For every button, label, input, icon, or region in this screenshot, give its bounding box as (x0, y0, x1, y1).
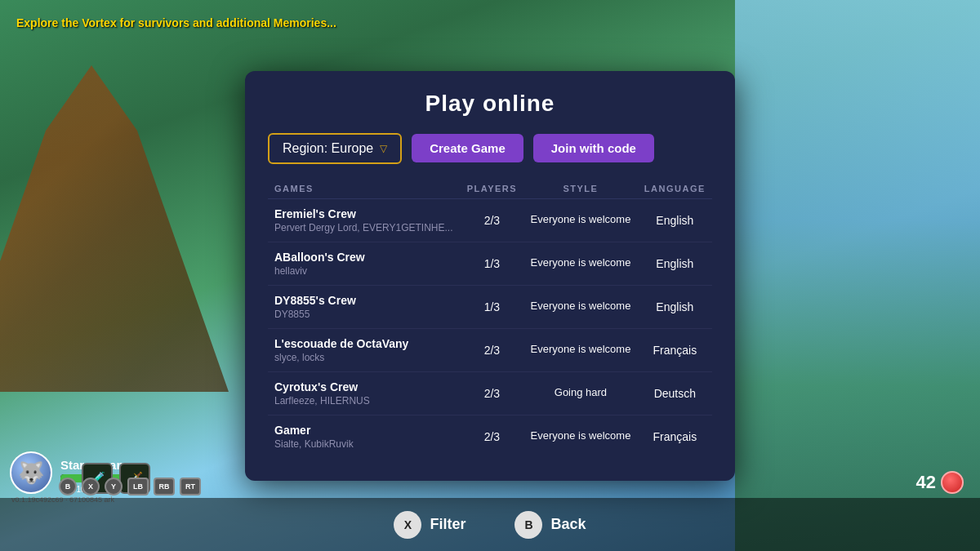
game-info: Gamer Sialte, KubikRuvik (268, 415, 460, 458)
game-sub: hellaviv (274, 265, 453, 277)
game-players: 2/3 (460, 198, 523, 242)
game-players: 1/3 (460, 242, 523, 285)
col-style: STYLE (523, 179, 637, 199)
table-row[interactable]: Eremiel's Crew Pervert Dergy Lord, EVERY… (268, 198, 712, 242)
join-with-code-button[interactable]: Join with code (533, 134, 654, 162)
region-label: Region: Europe (283, 141, 373, 156)
game-players: 2/3 (460, 415, 523, 458)
hud-right: 42 (916, 471, 964, 494)
background-right (735, 0, 980, 551)
btn-y: Y (105, 478, 122, 495)
game-name: Cyrotux's Crew (274, 380, 453, 393)
table-row[interactable]: Gamer Sialte, KubikRuvik 2/3 Everyone is… (268, 415, 712, 458)
game-name: DY8855's Crew (274, 294, 453, 307)
controller-buttons: B X Y LB RB RT (59, 478, 201, 495)
table-header-row: GAMES PLAYERS STYLE LANGUAGE (268, 179, 712, 199)
game-sub: Larfleeze, HILERNUS (274, 395, 453, 407)
game-language: English (638, 242, 712, 285)
create-game-button[interactable]: Create Game (412, 134, 523, 162)
filter-label: Filter (430, 516, 466, 533)
game-players: 1/3 (460, 285, 523, 328)
chevron-down-icon: ▽ (380, 143, 387, 154)
btn-x: X (82, 478, 100, 495)
game-name: L'escouade de OctaVany (274, 337, 453, 350)
region-dropdown[interactable]: Region: Europe ▽ (268, 133, 402, 164)
back-button-icon: B (514, 511, 542, 539)
coin-icon (941, 471, 964, 494)
game-info: ABalloon's Crew hellaviv (268, 242, 460, 285)
game-sub: slyce, locks (274, 352, 453, 363)
table-row[interactable]: Cyrotux's Crew Larfleeze, HILERNUS 2/3 G… (268, 371, 712, 415)
game-players: 2/3 (460, 328, 523, 371)
game-style: Everyone is welcome (523, 415, 637, 458)
game-style: Going hard (523, 371, 637, 415)
game-info: DY8855's Crew DY8855 (268, 285, 460, 328)
game-name: Gamer (274, 424, 453, 437)
col-players: PLAYERS (460, 179, 523, 199)
game-name: Eremiel's Crew (274, 207, 453, 220)
btn-lb: LB (127, 478, 149, 495)
game-style: Everyone is welcome (523, 285, 637, 328)
table-row[interactable]: DY8855's Crew DY8855 1/3 Everyone is wel… (268, 285, 712, 328)
table-row[interactable]: ABalloon's Crew hellaviv 1/3 Everyone is… (268, 242, 712, 285)
modal-title: Play online (268, 91, 712, 117)
game-sub: Sialte, KubikRuvik (274, 438, 453, 450)
game-info: L'escouade de OctaVany slyce, locks (268, 328, 460, 371)
game-language: Français (638, 415, 712, 458)
game-name: ABalloon's Crew (274, 251, 453, 264)
back-button[interactable]: B Back (514, 511, 586, 539)
btn-b: B (59, 478, 77, 495)
modal-controls: Region: Europe ▽ Create Game Join with c… (268, 133, 712, 164)
games-table: GAMES PLAYERS STYLE LANGUAGE Eremiel's C… (268, 179, 712, 458)
game-language: Deutsch (638, 371, 712, 415)
game-sub: DY8855 (274, 309, 453, 320)
game-players: 2/3 (460, 371, 523, 415)
avatar: 🐺 (10, 451, 52, 494)
game-style: Everyone is welcome (523, 328, 637, 371)
game-style: Everyone is welcome (523, 242, 637, 285)
game-sub: Pervert Dergy Lord, EVERY1GETINHE... (274, 222, 453, 233)
banner-text: Explore the Vortex for survivors and add… (16, 16, 336, 29)
btn-rt: RT (180, 478, 201, 495)
bottom-bar: X Filter B Back (0, 498, 980, 551)
game-info: Cyrotux's Crew Larfleeze, HILERNUS (268, 371, 460, 415)
filter-button[interactable]: X Filter (394, 511, 466, 539)
filter-button-icon: X (394, 511, 421, 539)
coin-count: 42 (916, 472, 936, 493)
game-language: English (638, 198, 712, 242)
game-language: Français (638, 328, 712, 371)
btn-rb: RB (154, 478, 175, 495)
back-label: Back (550, 516, 586, 533)
game-style: Everyone is welcome (523, 198, 637, 242)
col-games: GAMES (268, 179, 460, 199)
table-row[interactable]: L'escouade de OctaVany slyce, locks 2/3 … (268, 328, 712, 371)
game-info: Eremiel's Crew Pervert Dergy Lord, EVERY… (268, 198, 460, 242)
play-online-modal: Play online Region: Europe ▽ Create Game… (245, 71, 735, 481)
game-language: English (638, 285, 712, 328)
col-language: LANGUAGE (638, 179, 712, 199)
